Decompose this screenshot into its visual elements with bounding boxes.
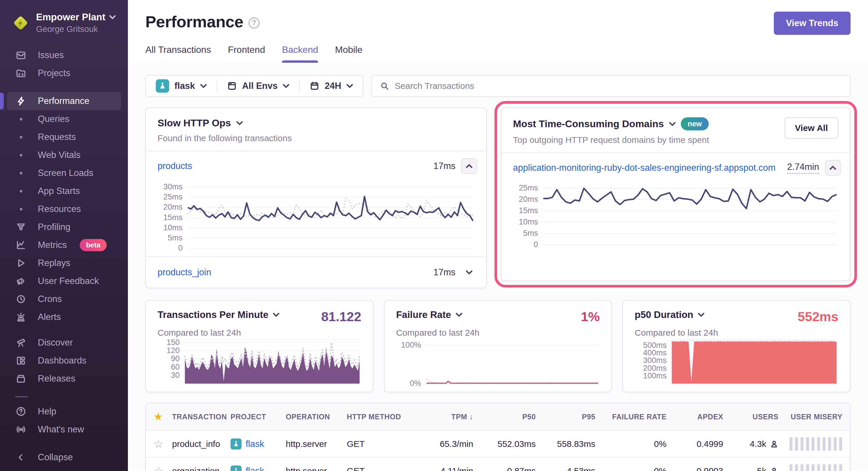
star-toggle[interactable]: ☆ xyxy=(154,465,172,471)
sidebar-item-discover[interactable]: Discover xyxy=(7,334,121,352)
col-failure-rate[interactable]: FAILURE RATE xyxy=(595,413,666,421)
bullet-icon xyxy=(15,208,27,210)
col-http-method[interactable]: HTTP METHOD xyxy=(347,413,420,421)
sidebar-item-performance[interactable]: Performance xyxy=(7,92,121,110)
transaction-link[interactable]: product_info xyxy=(172,439,230,449)
project-link[interactable]: flask xyxy=(246,439,264,449)
sidebar-item-dashboards[interactable]: Dashboards xyxy=(7,352,121,370)
most-time-consuming-domains-card: Most Time-Consuming Domains new Top outg… xyxy=(501,107,850,281)
chevron-down-icon[interactable] xyxy=(236,121,243,125)
sidebar-item-crons[interactable]: Crons xyxy=(7,290,121,308)
time-spent-value[interactable]: 2.74min xyxy=(787,162,819,174)
date-range-filter[interactable]: 24H xyxy=(300,75,363,96)
p50-duration-chart: 500ms400ms300ms200ms100ms xyxy=(634,339,838,383)
transaction-accordion-row: products_join 17ms xyxy=(146,257,486,288)
col-project[interactable]: PROJECT xyxy=(230,413,286,421)
chevron-down-icon xyxy=(109,15,116,19)
tpm-title[interactable]: Transactions Per Minute xyxy=(158,309,268,320)
starred-column-icon[interactable]: ★ xyxy=(154,411,172,423)
tpm-subtitle: Compared to last 24h xyxy=(158,328,361,338)
col-tpm[interactable]: TPM ↓ xyxy=(420,412,473,422)
org-switcher[interactable]: Empower Plant George Gritsouk xyxy=(7,10,121,36)
transaction-link-products[interactable]: products xyxy=(158,161,192,171)
page-help-icon[interactable]: ? xyxy=(249,18,259,29)
page-filters: flask All Envs 24H xyxy=(145,75,363,97)
clock-icon xyxy=(15,293,27,305)
transaction-link-products-join[interactable]: products_join xyxy=(158,267,211,278)
sidebar-item-user-feedback[interactable]: User Feedback xyxy=(7,272,121,290)
filter-bar: flask All Envs 24H xyxy=(145,75,850,97)
environment-filter[interactable]: All Envs xyxy=(217,75,299,96)
col-operation[interactable]: OPERATION xyxy=(286,413,347,421)
sidebar-item-requests[interactable]: Requests xyxy=(7,128,121,146)
sidebar-item-metrics[interactable]: Metrics beta xyxy=(7,236,121,254)
star-toggle[interactable]: ☆ xyxy=(154,438,172,450)
chevron-down-icon[interactable] xyxy=(669,122,676,126)
tab-backend[interactable]: Backend xyxy=(282,44,318,63)
sidebar-item-profiling[interactable]: Profiling xyxy=(7,218,121,236)
projects-icon xyxy=(15,67,27,79)
project-link[interactable]: flask xyxy=(246,466,264,471)
col-transaction[interactable]: TRANSACTION xyxy=(172,413,230,421)
failure-rate-title[interactable]: Failure Rate xyxy=(396,309,451,320)
search-transactions xyxy=(372,75,850,97)
sidebar-item-screen-loads[interactable]: Screen Loads xyxy=(7,164,121,182)
sidebar-item-app-starts[interactable]: App Starts xyxy=(7,182,121,200)
sidebar-item-projects[interactable]: Projects xyxy=(7,64,121,82)
collapse-row-button[interactable] xyxy=(825,160,841,176)
tab-frontend[interactable]: Frontend xyxy=(228,44,265,63)
sidebar-divider xyxy=(15,396,28,397)
metrics-icon xyxy=(15,239,27,251)
p95-cell: 558.83ms xyxy=(536,439,595,449)
col-user-misery[interactable]: USER MISERY xyxy=(778,413,842,421)
sidebar-item-whats-new[interactable]: What's new xyxy=(7,420,121,438)
sidebar-item-alerts[interactable]: Alerts xyxy=(7,308,121,326)
sidebar: Empower Plant George Gritsouk Issues Pro… xyxy=(0,0,128,471)
collapse-row-button[interactable] xyxy=(461,158,477,174)
slow-http-ops-title[interactable]: Slow HTTP Ops xyxy=(158,117,231,129)
bullet-icon xyxy=(15,136,27,138)
p50-duration-title[interactable]: p50 Duration xyxy=(634,309,693,320)
chevron-down-icon[interactable] xyxy=(698,313,704,317)
table-row: ☆ organization flask http.server GET 4.1… xyxy=(146,458,850,471)
p50-cell: 552.03ms xyxy=(473,439,536,449)
p50-duration-value: 552ms xyxy=(798,309,838,324)
transaction-link[interactable]: organization xyxy=(172,466,230,471)
domain-duration-chart: 25ms20ms15ms10ms5ms0 xyxy=(510,183,838,245)
sidebar-item-queries[interactable]: Queries xyxy=(7,110,121,128)
domain-link[interactable]: application-monitoring-ruby-dot-sales-en… xyxy=(513,163,776,173)
sidebar-item-releases[interactable]: Releases xyxy=(7,370,121,388)
failure-rate-cell: 0% xyxy=(595,466,666,471)
chevron-down-icon[interactable] xyxy=(273,313,279,317)
beta-badge: beta xyxy=(80,239,107,251)
org-name: Empower Plant xyxy=(36,12,105,23)
telescope-icon xyxy=(15,337,27,348)
sidebar-item-resources[interactable]: Resources xyxy=(7,200,121,218)
sidebar-item-web-vitals[interactable]: Web Vitals xyxy=(7,146,121,164)
col-apdex[interactable]: APDEX xyxy=(666,413,723,421)
chevron-down-icon[interactable] xyxy=(456,313,462,317)
tab-bar: All Transactions Frontend Backend Mobile xyxy=(145,44,850,63)
sidebar-item-replays[interactable]: Replays xyxy=(7,254,121,272)
failure-rate-cell: 0% xyxy=(595,439,666,449)
expand-row-button[interactable] xyxy=(461,265,477,280)
play-icon xyxy=(15,257,27,269)
sidebar-item-help[interactable]: Help xyxy=(7,402,121,420)
col-p95[interactable]: P95 xyxy=(536,413,595,421)
siren-icon xyxy=(15,311,27,323)
bullet-icon xyxy=(15,190,27,193)
tab-all-transactions[interactable]: All Transactions xyxy=(145,44,211,63)
view-trends-button[interactable]: View Trends xyxy=(774,12,850,35)
search-input[interactable] xyxy=(395,81,842,91)
tpm-cell: 65.3/min xyxy=(420,439,473,449)
project-filter[interactable]: flask xyxy=(146,75,217,96)
sidebar-item-issues[interactable]: Issues xyxy=(7,46,121,64)
col-users[interactable]: USERS xyxy=(723,413,778,421)
view-all-button[interactable]: View All xyxy=(784,117,838,139)
tab-mobile[interactable]: Mobile xyxy=(335,44,362,63)
domains-title[interactable]: Most Time-Consuming Domains xyxy=(513,118,664,130)
duration-value: 17ms xyxy=(433,161,456,171)
sidebar-collapse-button[interactable]: Collapse xyxy=(7,448,121,466)
user-name: George Gritsouk xyxy=(36,24,116,34)
col-p50[interactable]: P50 xyxy=(473,413,536,421)
